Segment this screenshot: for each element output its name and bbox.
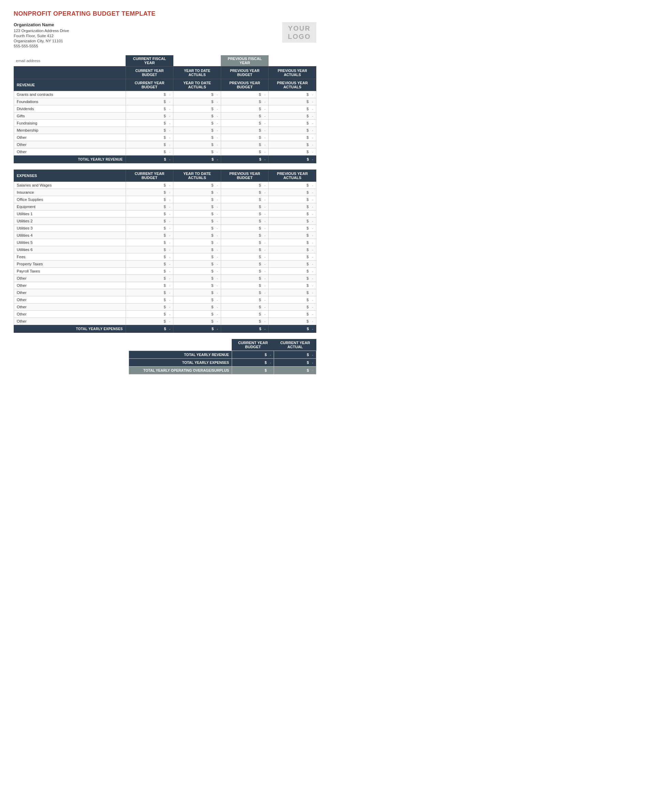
col-header-label: [14, 66, 126, 79]
revenue-row: Gifts $ - $ - $ - $ -: [14, 112, 316, 120]
summary-revenue-row: TOTAL YEARLY REVENUE $ - $ -: [129, 351, 316, 359]
summary-header-row: CURRENT YEAR BUDGET CURRENT YEAR ACTUAL: [129, 339, 316, 351]
revenue-row: Other $ - $ - $ - $ -: [14, 148, 316, 155]
revenue-row: Membership $ - $ - $ - $ -: [14, 127, 316, 134]
expense-row: Other $ - $ - $ - $ -: [14, 275, 316, 282]
expense-row: Other $ - $ - $ - $ -: [14, 318, 316, 325]
page-title: NONPROFIT OPERATING BUDGET TEMPLATE: [14, 10, 316, 17]
revenue-total-row: TOTAL YEARLY REVENUE $ - $ - $ - $ -: [14, 155, 316, 163]
current-fy-header: CURRENT FISCAL YEAR: [125, 55, 173, 66]
expense-row: Utilities 3 $ - $ - $ - $ -: [14, 225, 316, 232]
revenue-row: Fundraising $ - $ - $ - $ -: [14, 120, 316, 127]
col-header-ytd-2: YEAR TO DATE ACTUALS: [173, 79, 221, 91]
col-header-ytd: YEAR TO DATE ACTUALS: [173, 66, 221, 79]
summary-table: CURRENT YEAR BUDGET CURRENT YEAR ACTUAL …: [129, 339, 316, 374]
col-header-row: CURRENT YEAR BUDGET YEAR TO DATE ACTUALS…: [14, 66, 316, 79]
summary-col1: CURRENT YEAR BUDGET: [232, 339, 274, 351]
main-table: email address CURRENT FISCAL YEAR PREVIO…: [14, 55, 316, 163]
summary-section: CURRENT YEAR BUDGET CURRENT YEAR ACTUAL …: [14, 339, 316, 381]
expense-row: Payroll Taxes $ - $ - $ - $ -: [14, 268, 316, 275]
revenue-row: Other $ - $ - $ - $ -: [14, 134, 316, 141]
org-phone: 555-555-5555: [14, 44, 282, 48]
email-label: email address: [14, 55, 126, 66]
summary-surplus-row: TOTAL YEARLY OPERATING OVERAGE/SURPLUS $…: [129, 367, 316, 374]
expense-row: Office Supplies $ - $ - $ - $ -: [14, 196, 316, 203]
expense-row: Property Taxes $ - $ - $ - $ -: [14, 261, 316, 268]
org-name: Organization Name: [14, 22, 282, 27]
org-address3: Organization City, NY 11101: [14, 39, 282, 43]
revenue-body: Grants and contracts $ - $ - $ - $ - Fou…: [14, 91, 316, 155]
expense-row: Insurance $ - $ - $ - $ -: [14, 189, 316, 196]
col-header-prev-budget: PREVIOUS YEAR BUDGET: [221, 66, 268, 79]
expense-row: Other $ - $ - $ - $ -: [14, 304, 316, 311]
previous-fy-header: PREVIOUS FISCAL YEAR: [221, 55, 268, 66]
expense-row: Utilities 2 $ - $ - $ - $ -: [14, 218, 316, 225]
expenses-total-row: TOTAL YEARLY EXPENSES $ - $ - $ - $ -: [14, 325, 316, 333]
logo: YOURLOGO: [282, 22, 316, 43]
col-header-prev-actuals-2: PREVIOUS YEAR ACTUALS: [268, 79, 316, 91]
expense-row: Other $ - $ - $ - $ -: [14, 296, 316, 304]
revenue-row: Grants and contracts $ - $ - $ - $ -: [14, 91, 316, 98]
revenue-row: Foundations $ - $ - $ - $ -: [14, 98, 316, 105]
org-details: Organization Name 123 Organization Addre…: [14, 22, 282, 49]
col-header-current-budget: CURRENT YEAR BUDGET: [125, 66, 173, 79]
col-header-prev-budget-2: PREVIOUS YEAR BUDGET: [221, 79, 268, 91]
fiscal-year-header-row: email address CURRENT FISCAL YEAR PREVIO…: [14, 55, 316, 66]
expense-row: Other $ - $ - $ - $ -: [14, 311, 316, 318]
expenses-table: EXPENSES CURRENT YEAR BUDGET YEAR TO DAT…: [14, 169, 316, 333]
col-header-prev-actuals: PREVIOUS YEAR ACTUALS: [268, 66, 316, 79]
summary-col2: CURRENT YEAR ACTUAL: [274, 339, 316, 351]
revenue-row: Dividends $ - $ - $ - $ -: [14, 105, 316, 112]
expenses-body: Salaries and Wages $ - $ - $ - $ - Insur…: [14, 182, 316, 325]
expenses-section-label: EXPENSES CURRENT YEAR BUDGET YEAR TO DAT…: [14, 170, 316, 182]
org-address2: Fourth Floor, Suite 412: [14, 34, 282, 38]
expense-row: Utilities 5 $ - $ - $ - $ -: [14, 239, 316, 246]
expense-row: Utilities 4 $ - $ - $ - $ -: [14, 232, 316, 239]
summary-expenses-row: TOTAL YEARLY EXPENSES $ - $ -: [129, 359, 316, 367]
org-address1: 123 Organization Address Drive: [14, 28, 282, 33]
expense-row: Other $ - $ - $ - $ -: [14, 289, 316, 296]
expense-row: Salaries and Wages $ - $ - $ - $ -: [14, 182, 316, 189]
expense-row: Fees $ - $ - $ - $ -: [14, 253, 316, 261]
expense-row: Utilities 1 $ - $ - $ - $ -: [14, 211, 316, 218]
expense-row: Utilities 6 $ - $ - $ - $ -: [14, 246, 316, 253]
col-header-current-budget-2: CURRENT YEAR BUDGET: [125, 79, 173, 91]
revenue-section-label: REVENUE CURRENT YEAR BUDGET YEAR TO DATE…: [14, 79, 316, 91]
expense-row: Other $ - $ - $ - $ -: [14, 282, 316, 289]
revenue-row: Other $ - $ - $ - $ -: [14, 141, 316, 148]
expense-row: Equipment $ - $ - $ - $ -: [14, 203, 316, 211]
